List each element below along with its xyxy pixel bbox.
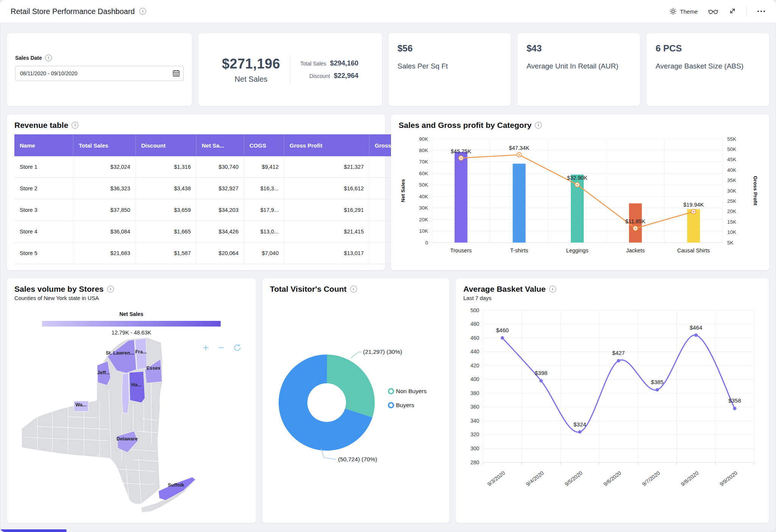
svg-text:(50,724) (70%): (50,724) (70%) bbox=[338, 456, 377, 462]
svg-text:Non Buyers: Non Buyers bbox=[396, 388, 427, 394]
visitors-donut-svg: (21,297) (30%)(50,724) (70%)Non BuyersBu… bbox=[270, 294, 442, 501]
donut-info-icon[interactable] bbox=[350, 286, 357, 292]
revenue-table: NameTotal SalesDiscountNet Sa...COGSGros… bbox=[14, 134, 454, 264]
svg-text:9/7/2020: 9/7/2020 bbox=[641, 470, 661, 487]
map-region-label: St. Lawren... bbox=[106, 350, 134, 356]
table-column-header[interactable]: Gross Profit bbox=[284, 134, 369, 156]
fullscreen-icon[interactable] bbox=[729, 8, 735, 15]
svg-text:$45.75K: $45.75K bbox=[451, 148, 471, 154]
svg-text:9/9/2020: 9/9/2020 bbox=[718, 470, 739, 487]
line-point[interactable] bbox=[459, 156, 463, 160]
sales-date-info-icon[interactable] bbox=[45, 54, 52, 61]
title-info-icon[interactable] bbox=[139, 8, 146, 15]
table-row[interactable]: Store 3$37,850$3,659$34,203$17,9...$16,2… bbox=[14, 199, 454, 221]
basket-value-line-card: Average Basket Value Last 7 days 2803003… bbox=[456, 278, 769, 523]
table-column-header[interactable]: Name bbox=[14, 134, 73, 156]
svg-text:Leggings: Leggings bbox=[566, 247, 589, 254]
map-subtitle: Counties of New York state in USA bbox=[14, 295, 248, 301]
svg-text:Jackets: Jackets bbox=[626, 247, 645, 254]
line-point[interactable] bbox=[733, 407, 736, 410]
map-region-herkimer[interactable] bbox=[122, 373, 129, 414]
calendar-icon[interactable] bbox=[173, 70, 180, 78]
table-cell: $1,316 bbox=[136, 156, 196, 178]
svg-text:35K: 35K bbox=[727, 177, 736, 183]
mid-row: Revenue table NameTotal SalesDiscountNet… bbox=[7, 115, 769, 270]
map-legend-title: Net Sales bbox=[14, 311, 248, 317]
svg-text:50K: 50K bbox=[419, 182, 428, 188]
line-point[interactable] bbox=[694, 333, 698, 337]
legend-item-non-buyers[interactable]: Non Buyers bbox=[389, 388, 427, 394]
dashboard-app: Retail Store Performance Dashboard Theme bbox=[0, 0, 776, 532]
line-point[interactable] bbox=[633, 226, 638, 230]
table-row[interactable]: Store 1$32,024$1,316$30,740$9,412$21,327… bbox=[14, 156, 454, 178]
table-row[interactable]: Store 4$36,084$1,665$34,426$13,0...$21,4… bbox=[14, 221, 454, 243]
svg-text:9/4/2020: 9/4/2020 bbox=[525, 470, 545, 487]
category-combo-chart-card: Sales and Gross profit by Category 010K2… bbox=[391, 115, 769, 270]
line-chart-info-icon[interactable] bbox=[549, 286, 556, 292]
line-point[interactable] bbox=[539, 379, 543, 383]
view-glasses-icon[interactable] bbox=[708, 8, 718, 14]
map-region-label: Fra... bbox=[135, 349, 146, 355]
svg-text:500: 500 bbox=[471, 307, 480, 313]
map-controls: + − bbox=[203, 344, 242, 352]
table-cell: $1,587 bbox=[136, 243, 196, 264]
more-options-icon[interactable] bbox=[757, 10, 765, 12]
table-column-header[interactable]: Discount bbox=[136, 134, 196, 156]
legend-item-buyers[interactable]: Buyers bbox=[389, 402, 414, 408]
svg-text:0: 0 bbox=[425, 240, 428, 246]
combo-chart-info-icon[interactable] bbox=[535, 122, 542, 129]
sales-date-label: Sales Date bbox=[15, 55, 42, 61]
map-zoom-in-button[interactable]: + bbox=[203, 344, 209, 352]
svg-text:$427: $427 bbox=[612, 350, 625, 356]
revenue-table-card: Revenue table NameTotal SalesDiscountNet… bbox=[7, 115, 385, 270]
table-row[interactable]: Store 2$36,323$3,438$32,927$16,3...$16,6… bbox=[14, 178, 454, 199]
table-cell: $16,291 bbox=[284, 199, 369, 221]
bar-t-shirts[interactable] bbox=[513, 163, 525, 243]
table-column-header[interactable]: COGS bbox=[244, 134, 284, 156]
table-cell: $20,064 bbox=[196, 243, 244, 264]
table-column-header[interactable]: Net Sa... bbox=[196, 134, 244, 156]
app-header: Retail Store Performance Dashboard Theme bbox=[0, 0, 776, 23]
table-header-row: NameTotal SalesDiscountNet Sa...COGSGros… bbox=[14, 134, 454, 156]
abs-card: 6 PCS Average Basket Size (ABS) bbox=[647, 33, 769, 106]
table-cell: $34,203 bbox=[196, 199, 244, 221]
table-row[interactable]: Store 5$21,683$1,587$20,064$7,040$13,017… bbox=[14, 243, 454, 264]
line-point[interactable] bbox=[578, 430, 581, 434]
table-cell: Store 3 bbox=[14, 199, 73, 221]
line-point[interactable] bbox=[501, 336, 504, 340]
svg-text:Trousers: Trousers bbox=[450, 247, 472, 254]
horizontal-scrollbar-thumb[interactable] bbox=[0, 529, 67, 532]
table-cell: $21,415 bbox=[284, 221, 369, 243]
sales-date-card: Sales Date bbox=[7, 33, 192, 106]
line-point[interactable] bbox=[617, 359, 620, 362]
table-cell: $9,412 bbox=[244, 156, 284, 178]
revenue-table-info-icon[interactable] bbox=[72, 122, 78, 129]
svg-text:360: 360 bbox=[471, 404, 480, 410]
svg-text:10K: 10K bbox=[727, 229, 736, 235]
line-point[interactable] bbox=[656, 388, 659, 392]
svg-text:280: 280 bbox=[471, 459, 480, 465]
kpi-value: $56 bbox=[397, 43, 502, 54]
map-reset-icon[interactable] bbox=[233, 344, 242, 352]
svg-text:Causal Shirts: Causal Shirts bbox=[677, 247, 710, 254]
kpi-label: Average Basket Size (ABS) bbox=[656, 62, 760, 70]
svg-text:420: 420 bbox=[471, 362, 480, 369]
table-column-header[interactable]: Total Sales bbox=[73, 134, 136, 156]
theme-toggle-button[interactable]: Theme bbox=[670, 8, 698, 15]
svg-text:T-shirts: T-shirts bbox=[510, 247, 528, 254]
map-zoom-out-button[interactable]: − bbox=[218, 344, 224, 352]
svg-text:90K: 90K bbox=[419, 136, 428, 142]
kpi-value: 6 PCS bbox=[656, 43, 760, 54]
bar-trousers[interactable] bbox=[455, 152, 467, 243]
line-point[interactable] bbox=[575, 182, 580, 187]
svg-text:20K: 20K bbox=[419, 217, 428, 222]
line-point[interactable] bbox=[517, 152, 521, 157]
table-cell: $3,438 bbox=[136, 178, 196, 199]
sales-date-range-input[interactable] bbox=[15, 66, 184, 81]
line-point[interactable] bbox=[691, 209, 696, 214]
svg-text:$385: $385 bbox=[651, 379, 664, 385]
svg-text:9/6/2020: 9/6/2020 bbox=[602, 470, 622, 487]
visitors-donut-card: Total Visitor's Count (21,297) (30%)(50,… bbox=[262, 278, 449, 523]
table-cell: $37,850 bbox=[73, 199, 136, 221]
map-info-icon[interactable] bbox=[107, 286, 114, 292]
